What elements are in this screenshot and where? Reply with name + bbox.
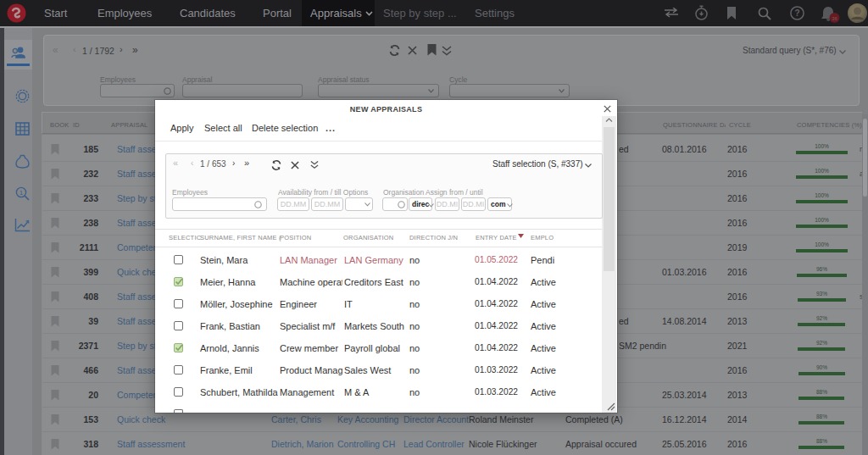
svg-text:?: ? — [794, 8, 799, 18]
svg-text:1: 1 — [19, 189, 24, 197]
svg-text:36: 36 — [832, 16, 837, 21]
